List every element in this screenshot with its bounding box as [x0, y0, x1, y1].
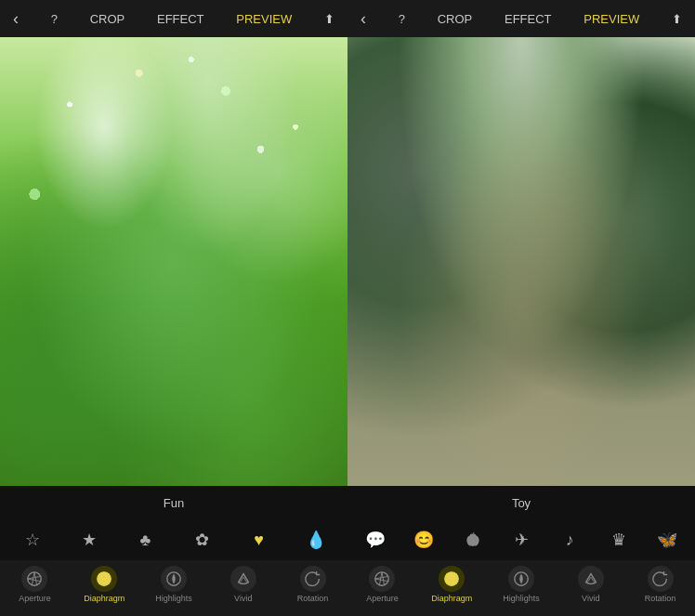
left-preview-button[interactable]: PREVIEW: [230, 8, 297, 30]
left-photo: [0, 37, 348, 486]
left-vivid-icon: [230, 566, 256, 592]
left-effect-button[interactable]: EFFECT: [151, 8, 210, 30]
left-filter-clover[interactable]: ♣: [117, 519, 174, 560]
svg-line-1: [33, 572, 35, 585]
svg-point-22: [449, 576, 453, 581]
left-rotation-icon: [300, 566, 326, 592]
left-highlights-label: Highlights: [155, 594, 192, 603]
right-tool-bar: Aperture Diaphragm: [348, 560, 695, 616]
right-nav-bar: ‹ ? CROP EFFECT PREVIEW ⬆: [348, 0, 695, 37]
right-filter-butterfly[interactable]: 🦋: [643, 519, 691, 560]
right-effect-button[interactable]: EFFECT: [499, 8, 557, 30]
right-diaphragm-label: Diaphragm: [431, 594, 472, 603]
right-rotation-icon: [648, 566, 674, 592]
right-vivid-label: Vivid: [582, 594, 599, 603]
right-highlights-icon: [508, 566, 534, 592]
right-tool-vivid[interactable]: Vivid: [563, 566, 619, 603]
left-tool-bar: Aperture Diaphragm: [0, 560, 348, 616]
left-tool-diaphragm[interactable]: Diaphragm: [76, 566, 132, 603]
left-diaphragm-icon: [91, 566, 117, 592]
svg-line-3: [28, 576, 41, 579]
left-tool-vivid[interactable]: Vivid: [216, 566, 271, 603]
right-filter-apple[interactable]: [449, 519, 497, 560]
right-photo: [348, 37, 695, 486]
left-filter-star-outline[interactable]: ☆: [4, 519, 60, 560]
right-preview-button[interactable]: PREVIEW: [578, 8, 645, 30]
right-filter-label: Toy: [512, 496, 531, 510]
left-aperture-label: Aperture: [19, 594, 51, 603]
right-filter-music-note[interactable]: ♪: [545, 519, 594, 560]
left-tool-rotation[interactable]: Rotation: [285, 566, 341, 603]
left-filter-flower[interactable]: ✿: [174, 519, 230, 560]
left-help-button[interactable]: ?: [46, 8, 63, 30]
right-aperture-label: Aperture: [366, 594, 399, 603]
left-filter-star-filled[interactable]: ★: [60, 519, 117, 560]
right-help-button[interactable]: ?: [393, 8, 411, 30]
left-tool-highlights[interactable]: Highlights: [146, 566, 202, 603]
left-filter-label: Fun: [164, 496, 184, 510]
left-panel: ‹ ? CROP EFFECT PREVIEW ⬆ Fun ☆ ★ ♣ ✿ ♥ …: [0, 0, 348, 616]
left-diaphragm-label: Diaphragm: [84, 594, 125, 603]
right-tool-highlights[interactable]: Highlights: [493, 566, 549, 603]
right-share-button[interactable]: ⬆: [666, 8, 688, 30]
right-filter-smiley[interactable]: 😊: [400, 519, 448, 560]
left-filter-drop[interactable]: 💧: [287, 519, 344, 560]
left-vivid-label: Vivid: [234, 594, 252, 603]
svg-line-4: [28, 579, 41, 582]
right-tool-diaphragm[interactable]: Diaphragm: [424, 566, 479, 603]
left-nav-bar: ‹ ? CROP EFFECT PREVIEW ⬆: [0, 0, 348, 37]
left-filter-label-area: Fun: [0, 486, 348, 519]
right-rotation-label: Rotation: [645, 594, 676, 603]
right-vivid-icon: [578, 566, 604, 592]
svg-line-18: [382, 572, 385, 585]
left-back-button[interactable]: ‹: [7, 6, 24, 33]
right-aperture-icon: [369, 566, 395, 592]
right-highlights-label: Highlights: [503, 594, 540, 603]
svg-point-6: [101, 576, 106, 581]
right-crop-button[interactable]: CROP: [432, 8, 479, 30]
right-filter-crown[interactable]: ♛: [594, 519, 642, 560]
left-filter-heart[interactable]: ♥: [230, 519, 287, 560]
right-diaphragm-icon: [439, 566, 465, 592]
svg-line-20: [375, 579, 388, 582]
left-filter-icons-row: ☆ ★ ♣ ✿ ♥ 💧: [0, 519, 348, 560]
left-crop-button[interactable]: CROP: [85, 8, 131, 30]
left-aperture-icon: [21, 566, 47, 592]
left-highlights-icon: [161, 566, 187, 592]
right-filter-airplane[interactable]: ✈: [497, 519, 545, 560]
svg-line-2: [34, 572, 37, 585]
right-tool-rotation[interactable]: Rotation: [633, 566, 688, 603]
svg-line-19: [375, 576, 388, 579]
right-back-button[interactable]: ‹: [355, 6, 372, 33]
svg-line-17: [380, 572, 383, 585]
right-panel: ‹ ? CROP EFFECT PREVIEW ⬆ Toy 💬 😊 ✈ ♪ ♛ …: [348, 0, 695, 616]
left-share-button[interactable]: ⬆: [319, 8, 340, 30]
right-filter-icons-row: 💬 😊 ✈ ♪ ♛ 🦋: [348, 519, 695, 560]
right-tool-aperture[interactable]: Aperture: [354, 566, 410, 603]
right-filter-speech-bubble[interactable]: 💬: [351, 519, 400, 560]
left-rotation-label: Rotation: [297, 594, 329, 603]
right-filter-label-area: Toy: [348, 486, 695, 519]
left-tool-aperture[interactable]: Aperture: [7, 566, 62, 603]
